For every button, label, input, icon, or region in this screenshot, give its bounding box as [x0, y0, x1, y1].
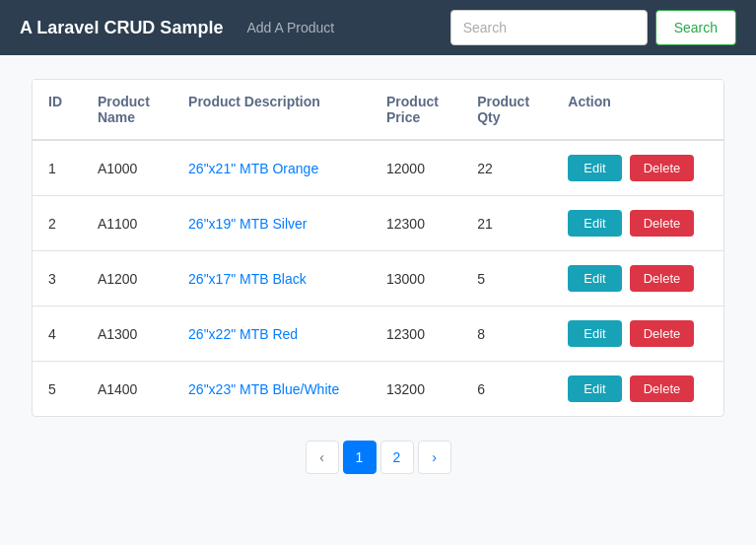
table-row: 2 A1100 26"x19" MTB Silver 12300 21 Edit…: [33, 196, 723, 251]
col-description: Product Description: [172, 80, 371, 140]
cell-action: Edit Delete: [552, 251, 723, 307]
table-header: ID ProductName Product Description Produ…: [33, 80, 723, 140]
cell-id: 2: [33, 196, 82, 251]
edit-button[interactable]: Edit: [568, 320, 621, 347]
cell-action: Edit Delete: [552, 307, 723, 362]
cell-qty: 21: [461, 196, 552, 251]
navbar: A Laravel CRUD Sample Add A Product Sear…: [0, 0, 756, 55]
table-row: 5 A1400 26"x23" MTB Blue/White 13200 6 E…: [33, 362, 723, 417]
edit-button[interactable]: Edit: [568, 155, 621, 181]
delete-button[interactable]: Delete: [630, 375, 695, 402]
table-body: 1 A1000 26"x21" MTB Orange 12000 22 Edit…: [33, 140, 723, 416]
edit-button[interactable]: Edit: [568, 265, 621, 292]
cell-price: 12000: [371, 140, 461, 196]
navbar-brand: A Laravel CRUD Sample: [20, 18, 223, 38]
cell-name: A1000: [82, 140, 172, 196]
cell-description: 26"x22" MTB Red: [172, 307, 371, 362]
product-table-wrapper: ID ProductName Product Description Produ…: [32, 79, 724, 417]
cell-qty: 5: [461, 251, 552, 307]
col-qty: ProductQty: [461, 80, 552, 140]
cell-price: 13000: [371, 251, 461, 307]
pagination: ‹ 1 2 ›: [32, 441, 724, 474]
search-area: Search: [450, 10, 736, 45]
cell-price: 12300: [371, 307, 461, 362]
cell-name: A1200: [82, 251, 172, 307]
col-price: ProductPrice: [371, 80, 461, 140]
cell-name: A1100: [82, 196, 172, 251]
col-action: Action: [552, 80, 723, 140]
cell-qty: 22: [461, 140, 552, 196]
cell-description: 26"x21" MTB Orange: [172, 140, 371, 196]
pagination-next[interactable]: ›: [418, 441, 451, 474]
pagination-prev[interactable]: ‹: [306, 441, 339, 474]
search-input[interactable]: [450, 10, 648, 45]
main-content: ID ProductName Product Description Produ…: [0, 55, 756, 498]
cell-id: 5: [33, 362, 82, 417]
cell-action: Edit Delete: [552, 362, 723, 417]
table-row: 1 A1000 26"x21" MTB Orange 12000 22 Edit…: [33, 140, 723, 196]
delete-button[interactable]: Delete: [630, 155, 695, 181]
table-row: 3 A1200 26"x17" MTB Black 13000 5 Edit D…: [33, 251, 723, 307]
col-id: ID: [33, 80, 82, 140]
cell-id: 3: [33, 251, 82, 307]
cell-name: A1300: [82, 307, 172, 362]
pagination-page-2[interactable]: 2: [380, 441, 414, 474]
search-button[interactable]: Search: [655, 10, 736, 45]
cell-description: 26"x19" MTB Silver: [172, 196, 371, 251]
cell-qty: 6: [461, 362, 552, 417]
cell-qty: 8: [461, 307, 552, 362]
cell-price: 13200: [371, 362, 461, 417]
cell-price: 12300: [371, 196, 461, 251]
col-name: ProductName: [82, 80, 172, 140]
cell-id: 4: [33, 307, 82, 362]
delete-button[interactable]: Delete: [630, 320, 695, 347]
cell-action: Edit Delete: [552, 140, 723, 196]
cell-id: 1: [33, 140, 82, 196]
product-table: ID ProductName Product Description Produ…: [33, 80, 723, 416]
pagination-page-1[interactable]: 1: [343, 441, 377, 474]
cell-action: Edit Delete: [552, 196, 723, 251]
table-row: 4 A1300 26"x22" MTB Red 12300 8 Edit Del…: [33, 307, 723, 362]
delete-button[interactable]: Delete: [630, 265, 695, 292]
cell-description: 26"x23" MTB Blue/White: [172, 362, 371, 417]
edit-button[interactable]: Edit: [568, 210, 621, 237]
add-product-link[interactable]: Add A Product: [246, 20, 334, 35]
cell-name: A1400: [82, 362, 172, 417]
edit-button[interactable]: Edit: [568, 375, 621, 402]
cell-description: 26"x17" MTB Black: [172, 251, 371, 307]
delete-button[interactable]: Delete: [630, 210, 695, 237]
